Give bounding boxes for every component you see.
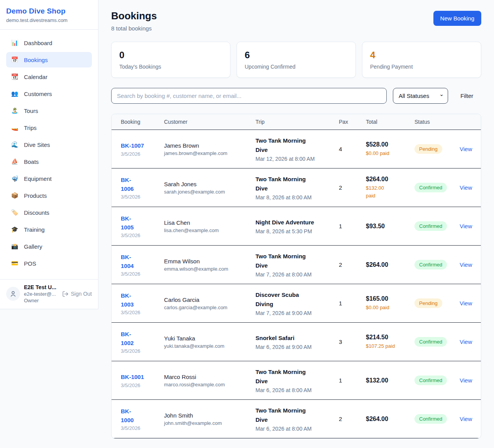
booking-created-date: 3/5/2026	[121, 310, 164, 315]
actions-cell: View	[460, 261, 472, 268]
sidebar-item-tours[interactable]: 🏝️ Tours	[6, 103, 92, 118]
nav-item-label: POS	[24, 260, 36, 267]
sign-out-label: Sign Out	[71, 291, 92, 297]
trip-datetime: Mar 8, 2026 at 5:30 PM	[255, 228, 339, 234]
booking-id-link[interactable]: BK-1001	[121, 374, 144, 380]
customer-cell: James Brown james.brown@example.com	[164, 142, 255, 156]
stat-label: Today's Bookings	[119, 64, 222, 70]
booking-row-bk-1004: BK- 1004 3/5/2026 Emma Wilson emma.wilso…	[112, 246, 481, 284]
pax-cell: 3	[339, 339, 366, 345]
trip-datetime: Mar 7, 2026 at 8:00 AM	[255, 271, 339, 278]
trip-cell: Night Dive Adventure Mar 8, 2026 at 5:30…	[255, 218, 339, 234]
actions-cell: View	[460, 339, 472, 345]
total-cell: $132.00	[366, 377, 414, 384]
shop-name: Demo Dive Shop	[6, 7, 92, 15]
stat-card-upcoming-confirmed: 6 Upcoming Confirmed	[237, 42, 356, 78]
total-cell: $264.00 $132.00 paid	[366, 176, 414, 199]
pax-cell: 1	[339, 300, 366, 307]
customer-name: Sarah Jones	[164, 181, 255, 187]
view-link[interactable]: View	[460, 377, 472, 384]
view-link[interactable]: View	[460, 184, 472, 191]
logout-icon	[62, 291, 69, 297]
customer-cell: Lisa Chen lisa.chen@example.com	[164, 219, 255, 233]
new-booking-button[interactable]: New Booking	[433, 11, 481, 26]
filter-button[interactable]: Filter	[460, 93, 473, 99]
booking-id-link[interactable]: BK- 1000	[121, 408, 134, 423]
booking-id-cell: BK- 1004 3/5/2026	[121, 253, 164, 277]
sidebar-item-trips[interactable]: 🚤 Trips	[6, 120, 92, 135]
sidebar-nav: 📊 Dashboard 📅 Bookings 📆 Calendar 👥 Cust…	[0, 30, 98, 271]
status-badge: Confirmed	[414, 337, 447, 347]
actions-cell: View	[460, 300, 472, 307]
sidebar-item-pos[interactable]: 💳 POS	[6, 256, 92, 271]
table-header-row: Booking Customer Trip Pax Total Status	[112, 114, 481, 130]
status-filter-select[interactable]: All Statuses	[393, 88, 448, 104]
nav-icon-equipment: 🤿	[11, 175, 19, 182]
person-icon	[10, 290, 17, 297]
status-badge: Confirmed	[414, 376, 447, 385]
filter-bar: All Statuses ⌄ Filter	[111, 88, 481, 104]
booking-id-cell: BK-1001 3/5/2026	[121, 372, 164, 388]
sidebar-item-calendar[interactable]: 📆 Calendar	[6, 69, 92, 84]
main-content: Bookings 8 total bookings New Booking 0 …	[98, 0, 494, 448]
booking-id-link[interactable]: BK- 1004	[121, 254, 134, 269]
booking-id-link[interactable]: BK- 1006	[121, 177, 134, 192]
customer-name: Emma Wilson	[164, 258, 255, 264]
booking-id-cell: BK- 1000 3/5/2026	[121, 407, 164, 431]
trip-name: Two Tank Morning Dive	[255, 136, 339, 154]
sign-out-button[interactable]: Sign Out	[62, 291, 92, 297]
search-input[interactable]	[111, 88, 387, 104]
booking-created-date: 3/5/2026	[121, 348, 164, 354]
trip-cell: Two Tank Morning Dive Mar 6, 2026 at 8:0…	[255, 367, 339, 393]
booking-row-bk-1005: BK- 1005 3/5/2026 Lisa Chen lisa.chen@ex…	[112, 207, 481, 246]
user-email: e2e-tester@...	[24, 291, 56, 297]
trip-datetime: Mar 6, 2026 at 8:00 AM	[255, 426, 339, 432]
booking-id-link[interactable]: BK-1007	[121, 142, 144, 149]
nav-item-label: Calendar	[24, 74, 47, 80]
view-link[interactable]: View	[460, 223, 472, 229]
customer-cell: Marco Rossi marco.rossi@example.com	[164, 374, 255, 387]
total-amount: $93.50	[366, 223, 414, 230]
total-amount: $132.00	[366, 377, 414, 384]
view-link[interactable]: View	[460, 261, 472, 268]
booking-id-link[interactable]: BK- 1003	[121, 292, 134, 308]
sidebar-item-training[interactable]: 🎓 Training	[6, 222, 92, 237]
nav-item-label: Tours	[24, 108, 38, 114]
sidebar-item-gallery[interactable]: 📸 Gallery	[6, 239, 92, 254]
booking-id-link[interactable]: BK- 1005	[121, 215, 134, 231]
column-header-total: Total	[366, 119, 414, 125]
sidebar-item-dashboard[interactable]: 📊 Dashboard	[6, 35, 92, 51]
booking-id-link[interactable]: BK- 1002	[121, 331, 134, 346]
trip-name: Two Tank Morning Dive	[255, 406, 339, 424]
trip-name: Two Tank Morning Dive	[255, 252, 339, 270]
customer-cell: Yuki Tanaka yuki.tanaka@example.com	[164, 335, 255, 349]
view-link[interactable]: View	[460, 300, 472, 307]
total-amount: $264.00	[366, 416, 414, 423]
nav-icon-discounts: 🏷️	[11, 209, 19, 216]
trip-name: Two Tank Morning Dive	[255, 175, 339, 193]
total-amount: $264.00	[366, 176, 414, 183]
trip-cell: Two Tank Morning Dive Mar 8, 2026 at 8:0…	[255, 175, 339, 200]
trip-name: Night Dive Adventure	[255, 218, 339, 227]
trip-cell: Two Tank Morning Dive Mar 12, 2026 at 8:…	[255, 136, 339, 162]
customer-name: James Brown	[164, 142, 255, 149]
stat-card-today-s-bookings: 0 Today's Bookings	[111, 42, 230, 78]
sidebar-item-equipment[interactable]: 🤿 Equipment	[6, 171, 92, 186]
sidebar-item-boats[interactable]: ⛵ Boats	[6, 154, 92, 169]
status-cell: Confirmed	[414, 221, 460, 231]
sidebar: Demo Dive Shop demo.test.divestreams.com…	[0, 0, 98, 309]
trip-name: Snorkel Safari	[255, 333, 339, 342]
sidebar-item-dive-sites[interactable]: 🌊 Dive Sites	[6, 137, 92, 152]
view-link[interactable]: View	[460, 416, 472, 422]
bookings-table: Booking Customer Trip Pax Total Status B…	[111, 114, 481, 439]
sidebar-item-products[interactable]: 📦 Products	[6, 188, 92, 203]
sidebar-item-discounts[interactable]: 🏷️ Discounts	[6, 205, 92, 220]
sidebar-item-customers[interactable]: 👥 Customers	[6, 86, 92, 101]
total-cell: $165.00 $0.00 paid	[366, 295, 414, 312]
nav-icon-dive-sites: 🌊	[11, 141, 19, 148]
view-link[interactable]: View	[460, 146, 472, 152]
sidebar-item-bookings[interactable]: 📅 Bookings	[6, 52, 92, 67]
total-cell: $214.50 $107.25 paid	[366, 334, 414, 350]
view-link[interactable]: View	[460, 339, 472, 345]
total-amount: $528.00	[366, 141, 414, 148]
